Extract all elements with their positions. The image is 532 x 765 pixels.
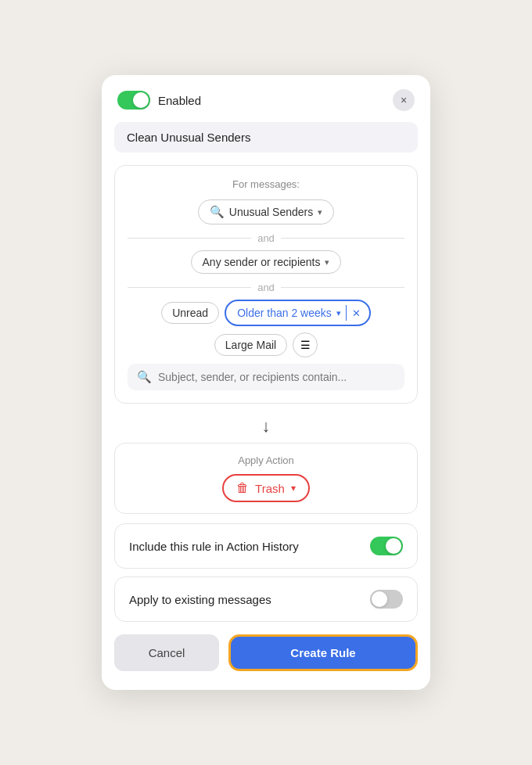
include-history-toggle[interactable] — [370, 537, 403, 555]
unusual-senders-chip[interactable]: 🔍 Unusual Senders ▾ — [198, 199, 334, 224]
search-input-row: 🔍 — [128, 364, 404, 390]
filter-chips-row-2: Large Mail ☰ — [128, 332, 404, 357]
trash-action-chip[interactable]: 🗑 Trash ▾ — [222, 474, 310, 502]
include-history-row: Include this rule in Action History — [114, 523, 418, 569]
modal-header: Enabled × — [102, 75, 430, 122]
action-section: Apply Action 🗑 Trash ▾ — [114, 443, 418, 514]
recipients-chip[interactable]: Any sender or recipients ▾ — [191, 250, 342, 274]
close-button[interactable]: × — [393, 89, 415, 111]
bottom-buttons: Cancel Create Rule — [114, 634, 418, 671]
chevron-down-icon: ▾ — [318, 207, 322, 217]
for-messages-label: For messages: — [128, 178, 404, 190]
chevron-down-icon: ▾ — [291, 483, 296, 494]
unread-chip[interactable]: Unread — [161, 302, 219, 324]
enabled-toggle[interactable] — [117, 91, 150, 110]
unusual-senders-label: Unusual Senders — [229, 206, 313, 218]
enabled-label: Enabled — [158, 94, 201, 107]
sender-chip-row: 🔍 Unusual Senders ▾ — [128, 199, 404, 224]
and-divider-1: and — [128, 232, 404, 244]
sender-icon: 🔍 — [210, 205, 225, 219]
toggle-knob — [386, 538, 401, 554]
older-than-label: Older than 2 weeks — [237, 307, 332, 319]
toggle-knob — [133, 92, 149, 108]
toggle-knob — [372, 591, 387, 607]
filter-icon: ☰ — [300, 339, 311, 351]
remove-older-than-button[interactable]: ✕ — [346, 305, 361, 321]
filter-options-button[interactable]: ☰ — [293, 332, 318, 357]
conditions-section: For messages: 🔍 Unusual Senders ▾ and An… — [114, 165, 418, 404]
include-history-label: Include this rule in Action History — [129, 540, 299, 553]
trash-icon: 🗑 — [236, 481, 249, 495]
modal-dialog: Enabled × Clean Unusual Senders For mess… — [102, 75, 430, 690]
trash-label: Trash — [255, 482, 285, 495]
apply-action-label: Apply Action — [128, 454, 404, 466]
recipients-label: Any sender or recipients — [203, 256, 321, 268]
apply-existing-row: Apply to existing messages — [114, 576, 418, 622]
chevron-down-icon: ▾ — [325, 257, 329, 268]
chevron-down-icon: ▾ — [336, 308, 341, 318]
large-mail-chip[interactable]: Large Mail — [214, 334, 287, 356]
filter-chips-row: Unread Older than 2 weeks ▾ ✕ — [128, 300, 404, 326]
create-rule-button[interactable]: Create Rule — [228, 634, 418, 671]
search-icon: 🔍 — [137, 370, 152, 384]
cancel-button[interactable]: Cancel — [114, 634, 219, 671]
rule-name-bar[interactable]: Clean Unusual Senders — [114, 122, 418, 153]
and-divider-2: and — [128, 282, 404, 293]
apply-existing-label: Apply to existing messages — [129, 593, 271, 606]
arrow-down-icon: ↓ — [102, 416, 430, 436]
older-than-chip[interactable]: Older than 2 weeks ▾ ✕ — [225, 300, 371, 326]
recipients-chip-row: Any sender or recipients ▾ — [128, 250, 404, 274]
search-input[interactable] — [158, 371, 395, 383]
apply-existing-toggle[interactable] — [370, 590, 403, 609]
enabled-toggle-row: Enabled — [117, 91, 201, 110]
